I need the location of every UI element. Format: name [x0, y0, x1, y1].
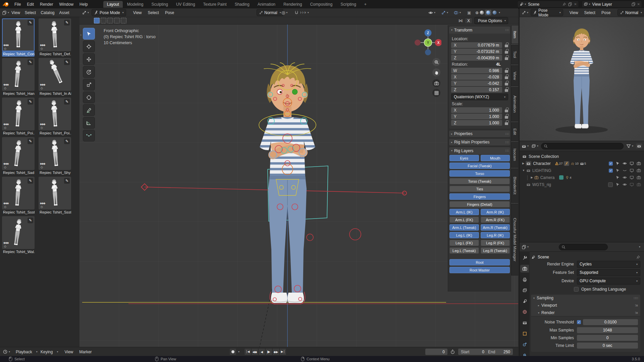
tab-blenderkit[interactable]: BlenderKit — [511, 169, 518, 203]
rig-main-properties-panel-collapsed[interactable]: ▸Rig Main Properties∷∷ — [449, 139, 510, 145]
tool-transform[interactable] — [83, 92, 95, 103]
tab-edit[interactable]: Edit — [511, 122, 518, 141]
asset-item[interactable]: ✎ ◆◆◆◇ Repiec Tshirt_Sad — [2, 137, 35, 175]
disable-render-icon[interactable] — [637, 182, 641, 187]
asset-item[interactable]: ✎ ◆◆◆◇ Repiec Tshirt_In Air — [39, 58, 71, 96]
asset-item[interactable]: ✎ ◆◆◆◇ Repiec Tshirt_Con... — [2, 18, 35, 57]
navigation-gizmo[interactable]: Z X Y — [415, 29, 441, 56]
play-button[interactable]: ▶ — [265, 348, 272, 355]
rig-layers-panel-header[interactable]: ▾ Rig Layers ∷∷ — [449, 147, 510, 154]
lock-icon[interactable] — [505, 110, 508, 112]
gizmo-axis-x-neg[interactable] — [415, 40, 421, 46]
outliner-editor-icon[interactable] — [522, 144, 526, 148]
rig-layer-arm-l-tweak[interactable]: Arm.L (Tweak) — [449, 224, 479, 231]
blender-logo-icon[interactable] — [3, 1, 9, 8]
rig-layer-fingers[interactable]: Fingers — [449, 193, 510, 200]
noise-threshold-field[interactable]: 0.0100 — [583, 319, 638, 325]
select-mode-subtract[interactable] — [107, 18, 113, 23]
rig-layer-root[interactable]: Root — [449, 259, 510, 265]
asset-menu-select[interactable]: Select — [22, 10, 38, 15]
new-scene-icon[interactable] — [568, 2, 572, 6]
lock-icon[interactable] — [505, 76, 508, 79]
asset-edit-icon[interactable]: ✎ — [64, 99, 70, 105]
asset-thumbnail[interactable]: ✎ ◆◆◆◇ — [2, 58, 35, 91]
tab-chocofur-model-manager[interactable]: Chocofur Model Manager — [511, 204, 518, 276]
properties-options-icon[interactable]: ▾ — [639, 245, 640, 248]
time-limit-field[interactable]: 0 sec — [577, 343, 638, 349]
properties-editor-icon[interactable] — [522, 245, 526, 249]
asset-edit-icon[interactable]: ✎ — [28, 99, 33, 105]
asset-menu-asset[interactable]: Asset — [57, 10, 72, 15]
asset-item[interactable]: ✎ ◆◆◆◇ Repiec Tshirt_Poi... — [39, 98, 71, 136]
outliner-display-mode-icon[interactable] — [531, 144, 536, 148]
asset-item[interactable]: ✎ ◆◆◆◇ Repiec Tshirt_Wal... — [2, 216, 35, 254]
mode-dropdown[interactable]: Pose Mode ▾ — [92, 9, 126, 16]
viewport-menu-view[interactable]: View — [130, 10, 145, 15]
gizmo-axis-z-neg[interactable] — [425, 49, 431, 55]
snap-magnet-icon[interactable] — [294, 10, 299, 15]
rotation-x-field[interactable]: X-0.028 — [451, 74, 502, 80]
noise-threshold-checkbox[interactable]: ✓ — [577, 320, 581, 324]
rig-layer-ties[interactable]: Ties — [449, 186, 510, 192]
outliner-row-camera[interactable]: │ ▶ Camera 4 — [520, 174, 644, 181]
asset-item[interactable]: ✎ ◆◆◆◇ Repiec Tshirt_Shy — [39, 137, 71, 175]
auto-keying-button[interactable] — [229, 348, 236, 355]
current-frame-field[interactable]: 0 — [425, 349, 447, 355]
lock-icon[interactable] — [505, 70, 508, 73]
new-view-layer-icon[interactable] — [631, 2, 636, 6]
select-mode-invert[interactable] — [114, 18, 120, 23]
asset-edit-icon[interactable]: ✎ — [28, 20, 33, 25]
selectable-icon[interactable] — [615, 175, 620, 180]
asset-thumbnail[interactable]: ✎ ◆◆◆◇ — [2, 18, 35, 51]
tab-constraints-properties[interactable] — [520, 351, 529, 356]
asset-item[interactable]: ✎ ◆◆◆◇ Repiec Tshirt_Ssst... — [39, 177, 71, 215]
preview-menu-select[interactable]: Select — [581, 10, 598, 15]
tab-output-properties[interactable] — [520, 276, 529, 283]
outliner-row-wgts-rig[interactable]: WGTS_rig — [520, 181, 644, 188]
rig-layer-facial-tweak[interactable]: Facial (Tweak) — [449, 163, 510, 169]
asset-edit-icon[interactable]: ✎ — [28, 218, 33, 223]
properties-panel-collapsed[interactable]: ▸Properties∷∷ — [449, 130, 510, 137]
scale-x-field[interactable]: X1.000 — [451, 107, 502, 113]
workspace-tab-compositing[interactable]: Compositing — [306, 1, 336, 8]
disable-viewports-icon[interactable] — [630, 182, 634, 187]
asset-menu-view[interactable]: View — [9, 10, 22, 15]
asset-edit-icon[interactable]: ✎ — [28, 59, 33, 65]
workspace-tab-uv-editing[interactable]: UV Editing — [172, 1, 199, 8]
shading-material-icon[interactable] — [485, 10, 491, 15]
asset-thumbnail[interactable]: ✎ ◆◆◆◇ — [39, 137, 71, 170]
scene-selector[interactable]: ▾ Scene ✕ — [517, 1, 579, 8]
show-object-types-dropdown[interactable]: ▾ — [428, 10, 435, 15]
render-engine-dropdown[interactable]: Cycles▾ — [577, 261, 640, 268]
asset-edit-icon[interactable]: ✎ — [64, 59, 70, 65]
asset-edit-icon[interactable]: ✎ — [64, 178, 70, 184]
workspace-add-tab[interactable]: + — [361, 1, 370, 8]
osl-checkbox[interactable] — [574, 287, 579, 292]
asset-thumbnail[interactable]: ✎ ◆◆◆◇ — [39, 18, 71, 51]
rig-layer-fingers-detail[interactable]: Fingers (Detail) — [449, 201, 510, 207]
new-collection-button[interactable] — [636, 143, 642, 148]
max-samples-field[interactable]: 1048 — [577, 327, 638, 333]
xray-toggle-icon[interactable]: ▣ — [467, 10, 471, 15]
menu-help[interactable]: Help — [76, 2, 91, 7]
lock-icon[interactable] — [505, 45, 508, 47]
outliner-search-input[interactable] — [541, 143, 624, 149]
asset-browser-editor-icon[interactable] — [2, 10, 7, 15]
rig-layer-eyes[interactable]: Eyes — [449, 155, 479, 161]
pan-button[interactable] — [432, 68, 440, 76]
disable-render-icon[interactable] — [637, 168, 641, 173]
tab-view[interactable]: View — [511, 65, 518, 86]
transform-panel-header[interactable]: ▾ Transform ∷∷ — [449, 26, 510, 34]
hide-viewport-icon[interactable] — [623, 161, 627, 166]
selectable-icon[interactable] — [615, 161, 620, 166]
scale-y-field[interactable]: Y1.000 — [451, 114, 502, 119]
rig-layer-leg-l-ik[interactable]: Leg.L (IK) — [449, 232, 479, 238]
pose-options-dropdown[interactable]: Pose Options ▾ — [474, 17, 508, 24]
play-reverse-button[interactable]: ◀ — [258, 348, 265, 355]
select-mode-new[interactable] — [94, 18, 100, 23]
region-expand-arrow[interactable]: › — [80, 33, 82, 37]
tool-rotate[interactable] — [83, 66, 95, 78]
checkbox-checked[interactable]: ✓ — [609, 169, 613, 173]
viewport-menu-select[interactable]: Select — [145, 10, 162, 15]
workspace-tab-sculpting[interactable]: Sculpting — [148, 1, 172, 8]
